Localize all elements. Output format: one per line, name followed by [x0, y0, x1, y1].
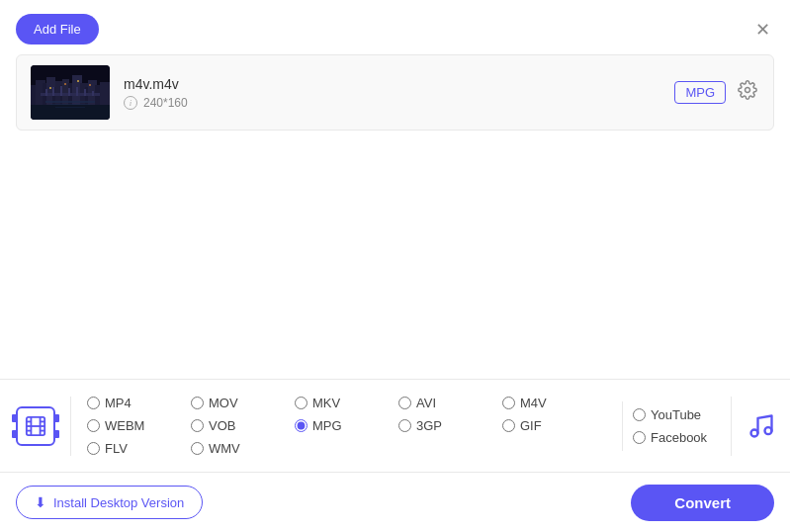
format-label-mov: MOV: [209, 396, 238, 410]
music-icon: [747, 412, 775, 440]
svg-point-27: [77, 80, 79, 82]
add-file-button[interactable]: Add File: [16, 14, 99, 44]
film-svg: [25, 415, 46, 437]
format-option-facebook[interactable]: Facebook: [633, 430, 721, 445]
format-option-webm[interactable]: WEBM: [87, 418, 191, 433]
svg-rect-24: [92, 91, 94, 96]
format-label-m4v: M4V: [520, 396, 547, 410]
svg-rect-20: [60, 86, 62, 96]
svg-point-26: [64, 83, 66, 85]
svg-rect-31: [55, 107, 85, 108]
format-option-mkv[interactable]: MKV: [295, 396, 398, 410]
svg-point-28: [89, 84, 91, 86]
format-label-webm: WEBM: [105, 418, 144, 433]
format-panel: MP4 MOV MKV AVI M4V FLV WMV: [0, 379, 790, 473]
svg-rect-30: [50, 104, 90, 105]
format-label-vob: VOB: [209, 418, 235, 433]
format-option-mp4[interactable]: MP4: [87, 396, 191, 410]
settings-button[interactable]: [736, 78, 759, 107]
format-radio-mov[interactable]: [191, 397, 204, 409]
format-option-wmv[interactable]: WMV: [191, 441, 295, 456]
format-label-youtube: YouTube: [651, 407, 701, 422]
svg-rect-19: [52, 87, 54, 96]
format-label-gif: GIF: [520, 418, 542, 433]
format-option-mov[interactable]: MOV: [191, 396, 295, 410]
format-label-avi: AVI: [416, 396, 436, 410]
format-option-m4v[interactable]: M4V: [502, 396, 606, 410]
svg-rect-22: [76, 87, 78, 96]
format-label-facebook: Facebook: [651, 430, 707, 445]
format-radio-3gp[interactable]: [398, 419, 411, 432]
format-label-3gp: 3GP: [416, 418, 442, 433]
format-label-mp4: MP4: [105, 396, 132, 410]
install-label: Install Desktop Version: [53, 495, 184, 510]
format-option-mpg[interactable]: MPG: [295, 418, 398, 433]
format-option-flv[interactable]: FLV: [87, 441, 191, 456]
format-radio-m4v[interactable]: [502, 397, 515, 409]
convert-button[interactable]: Convert: [631, 485, 774, 521]
film-icon: [16, 406, 55, 446]
svg-point-42: [764, 427, 771, 434]
format-label-mpg: MPG: [312, 418, 342, 433]
format-radio-webm[interactable]: [87, 419, 100, 432]
header: Add File ✕: [0, 0, 790, 54]
gear-icon: [738, 80, 757, 100]
svg-rect-18: [45, 89, 47, 96]
format-panel-music-icon[interactable]: [731, 397, 790, 456]
file-meta: i 240*160: [124, 96, 660, 110]
svg-point-32: [746, 88, 750, 93]
file-list: m4v.m4v i 240*160 MPG: [16, 54, 774, 131]
download-icon: ⬇: [35, 494, 46, 510]
svg-rect-29: [45, 101, 95, 103]
format-panel-video-icon[interactable]: [0, 397, 71, 456]
file-info: m4v.m4v i 240*160: [124, 76, 660, 110]
format-radio-facebook[interactable]: [633, 431, 646, 444]
format-radio-mpg[interactable]: [295, 419, 307, 432]
file-resolution: 240*160: [143, 96, 188, 110]
file-thumbnail: [31, 65, 110, 120]
format-option-youtube[interactable]: YouTube: [633, 407, 721, 422]
format-grid: MP4 MOV MKV AVI M4V FLV WMV: [71, 390, 622, 462]
file-actions: MPG: [674, 78, 759, 107]
close-button[interactable]: ✕: [751, 17, 774, 43]
format-radio-avi[interactable]: [398, 397, 411, 409]
format-radio-youtube[interactable]: [633, 408, 646, 421]
install-desktop-button[interactable]: ⬇ Install Desktop Version: [16, 486, 203, 519]
format-label-mkv: MKV: [312, 396, 340, 410]
info-icon[interactable]: i: [124, 96, 137, 110]
file-item: m4v.m4v i 240*160 MPG: [17, 55, 773, 130]
format-label-flv: FLV: [105, 441, 128, 456]
format-option-gif[interactable]: GIF: [502, 418, 606, 433]
svg-rect-21: [68, 88, 70, 96]
format-option-vob[interactable]: VOB: [191, 418, 295, 433]
format-radio-mkv[interactable]: [295, 397, 307, 409]
svg-point-41: [750, 429, 757, 436]
svg-rect-16: [100, 82, 110, 105]
format-radio-gif[interactable]: [502, 419, 515, 432]
format-radio-vob[interactable]: [191, 419, 204, 432]
file-name: m4v.m4v: [124, 76, 660, 92]
format-badge-button[interactable]: MPG: [674, 81, 726, 104]
extra-format-options: YouTube Facebook: [622, 401, 731, 451]
format-option-3gp[interactable]: 3GP: [398, 418, 502, 433]
format-label-wmv: WMV: [209, 441, 240, 456]
svg-rect-23: [84, 89, 86, 96]
svg-point-25: [49, 87, 51, 89]
format-option-avi[interactable]: AVI: [398, 396, 502, 410]
footer: ⬇ Install Desktop Version Convert: [0, 473, 790, 532]
format-radio-mp4[interactable]: [87, 397, 100, 409]
format-radio-wmv[interactable]: [191, 442, 204, 455]
format-radio-flv[interactable]: [87, 442, 100, 455]
